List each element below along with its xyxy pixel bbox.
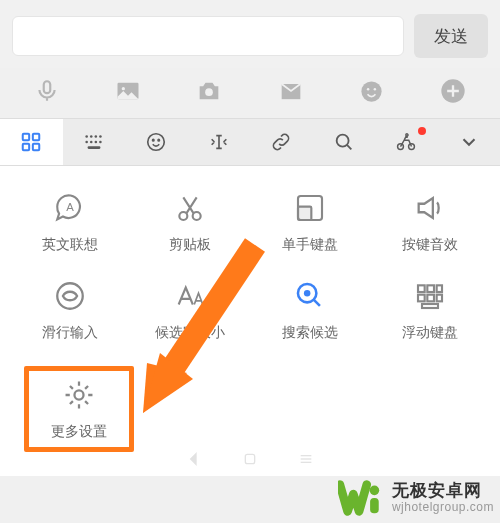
- nav-home-icon[interactable]: [242, 451, 258, 467]
- svg-point-2: [122, 87, 125, 90]
- image-icon[interactable]: [113, 76, 143, 106]
- svg-point-14: [90, 135, 93, 138]
- scissors-icon: [172, 190, 208, 226]
- svg-point-25: [336, 135, 348, 147]
- svg-rect-53: [370, 498, 379, 513]
- camera-icon[interactable]: [194, 76, 224, 106]
- svg-rect-40: [437, 285, 442, 292]
- nav-back-icon[interactable]: [186, 451, 202, 467]
- envelope-icon[interactable]: [276, 76, 306, 106]
- notification-dot-icon: [418, 127, 426, 135]
- search-candidate-icon: [292, 278, 328, 314]
- svg-text:A: A: [66, 201, 74, 213]
- svg-line-26: [347, 145, 351, 149]
- grid-label: 按键音效: [402, 236, 458, 254]
- svg-point-18: [90, 141, 93, 144]
- svg-point-24: [158, 139, 159, 140]
- nav-recent-icon[interactable]: [298, 451, 314, 467]
- tab-emoji[interactable]: [125, 119, 188, 165]
- grid-label: 候选字大小: [155, 324, 225, 342]
- svg-point-19: [94, 141, 97, 144]
- grid-item-search-candidate[interactable]: 搜索候选: [255, 278, 365, 342]
- svg-point-37: [304, 290, 311, 297]
- emoji-icon[interactable]: [357, 76, 387, 106]
- svg-rect-48: [245, 454, 254, 463]
- watermark: 无极安卓网 wjhotelgroup.com: [338, 475, 494, 521]
- grid-item-clipboard[interactable]: 剪贴板: [135, 190, 245, 254]
- grid-label: 单手键盘: [282, 236, 338, 254]
- gear-icon: [61, 377, 97, 413]
- settings-grid-panel: A 英文联想 剪贴板 单手键盘 按键音效 滑行输入: [0, 166, 500, 476]
- voice-icon[interactable]: [32, 76, 62, 106]
- svg-rect-38: [418, 285, 425, 292]
- tab-collapse[interactable]: [438, 119, 501, 165]
- message-input[interactable]: [12, 16, 404, 56]
- grid-label: 浮动键盘: [402, 324, 458, 342]
- watermark-url: wjhotelgroup.com: [392, 501, 494, 515]
- grid-label: 更多设置: [51, 423, 107, 441]
- grid-item-onehand[interactable]: 单手键盘: [255, 190, 365, 254]
- floating-keyboard-icon: [412, 278, 448, 314]
- svg-point-15: [94, 135, 97, 138]
- tab-cycling[interactable]: [375, 119, 438, 165]
- tab-search[interactable]: [313, 119, 376, 165]
- svg-point-22: [148, 134, 165, 151]
- svg-point-30: [179, 212, 187, 220]
- watermark-title: 无极安卓网: [392, 481, 494, 501]
- svg-rect-11: [23, 144, 29, 150]
- swipe-icon: [52, 278, 88, 314]
- svg-point-23: [153, 139, 154, 140]
- attachment-row: [0, 68, 500, 118]
- svg-point-17: [85, 141, 88, 144]
- grid-label: 英文联想: [42, 236, 98, 254]
- grid-item-english-assoc[interactable]: A 英文联想: [15, 190, 125, 254]
- tab-cursor[interactable]: [188, 119, 251, 165]
- svg-rect-39: [427, 285, 434, 292]
- grid-item-floating[interactable]: 浮动键盘: [375, 278, 485, 342]
- svg-rect-0: [43, 81, 50, 93]
- svg-point-5: [362, 81, 382, 101]
- svg-point-7: [374, 88, 376, 90]
- plus-icon[interactable]: [438, 76, 468, 106]
- svg-rect-10: [33, 134, 39, 140]
- svg-point-34: [57, 283, 83, 309]
- svg-line-36: [314, 300, 320, 306]
- svg-rect-44: [422, 304, 438, 308]
- svg-point-13: [85, 135, 88, 138]
- svg-rect-21: [87, 146, 100, 149]
- grid-item-swipe[interactable]: 滑行输入: [15, 278, 125, 342]
- send-button[interactable]: 发送: [414, 14, 488, 58]
- grid-label: 搜索候选: [282, 324, 338, 342]
- svg-point-16: [99, 135, 102, 138]
- svg-rect-41: [418, 295, 425, 302]
- svg-point-45: [74, 390, 83, 399]
- tab-apps[interactable]: [0, 119, 63, 165]
- svg-rect-42: [427, 295, 434, 302]
- fontsize-icon: [172, 278, 208, 314]
- svg-point-20: [99, 141, 102, 144]
- tab-keyboard[interactable]: [63, 119, 126, 165]
- svg-point-6: [367, 88, 369, 90]
- grid-item-more-settings[interactable]: 更多设置: [24, 366, 134, 452]
- grid-item-sound[interactable]: 按键音效: [375, 190, 485, 254]
- onehand-icon: [292, 190, 328, 226]
- keyboard-tab-row: [0, 118, 500, 166]
- tab-link[interactable]: [250, 119, 313, 165]
- svg-point-31: [193, 212, 201, 220]
- grid-label: 滑行输入: [42, 324, 98, 342]
- svg-rect-9: [23, 134, 29, 140]
- grid-label: 剪贴板: [169, 236, 211, 254]
- svg-point-3: [205, 88, 213, 96]
- android-nav-bar: [0, 441, 500, 477]
- svg-rect-43: [437, 295, 442, 302]
- english-assoc-icon: A: [52, 190, 88, 226]
- speaker-icon: [412, 190, 448, 226]
- svg-point-52: [370, 486, 380, 496]
- svg-rect-33: [298, 207, 311, 220]
- grid-item-fontsize[interactable]: 候选字大小: [135, 278, 245, 342]
- svg-rect-12: [33, 144, 39, 150]
- watermark-logo-icon: [338, 475, 384, 521]
